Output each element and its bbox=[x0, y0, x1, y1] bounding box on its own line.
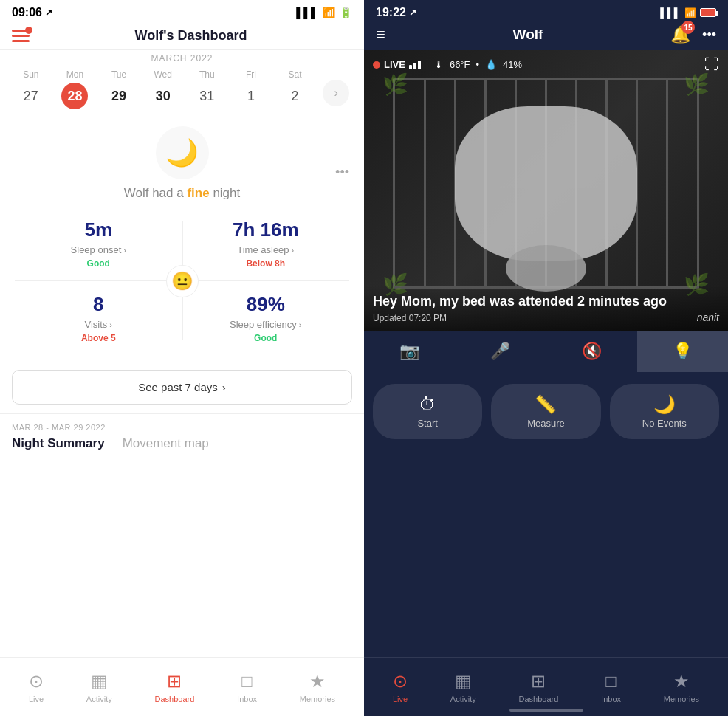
humidity-icon: 💧 bbox=[485, 59, 497, 70]
stat-visits[interactable]: 8 Visits › Above 5 bbox=[15, 281, 182, 355]
left-time-text: 09:06 bbox=[12, 6, 42, 19]
sleep-card: 🌙 ••• Wolf had a fine night 5m Sleep ons… bbox=[0, 114, 364, 361]
right-activity-label: Activity bbox=[450, 695, 476, 703]
stat-time-asleep[interactable]: 7h 16m Time asleep › Below 8h bbox=[182, 207, 350, 280]
menu-icon[interactable] bbox=[12, 30, 30, 42]
left-bottom-nav: ⊙ Live ▦ Activity ⊞ Dashboard □ Inbox ★ … bbox=[0, 657, 364, 716]
memories-nav-label: Memories bbox=[300, 695, 335, 703]
battery-icon: 🔋 bbox=[340, 7, 352, 18]
left-nav-dashboard[interactable]: ⊞ Dashboard bbox=[154, 671, 194, 703]
right-nav-activity[interactable]: ▦ Activity bbox=[450, 671, 476, 703]
wifi-icon: 📶 bbox=[323, 7, 335, 18]
dashboard-nav-icon: ⊞ bbox=[167, 671, 182, 692]
calendar-next-arrow[interactable]: › bbox=[323, 80, 349, 106]
action-buttons: ⏱ Start 📏 Measure 🌙 No Events bbox=[364, 372, 728, 451]
location-icon: ↗ bbox=[45, 7, 52, 18]
more-options-button[interactable]: ••• bbox=[702, 27, 716, 43]
start-button[interactable]: ⏱ Start bbox=[373, 384, 482, 439]
live-nav-icon: ⊙ bbox=[29, 671, 44, 692]
cal-day-name-sat: Sat bbox=[289, 69, 302, 80]
measure-button[interactable]: 📏 Measure bbox=[491, 384, 600, 439]
cal-day-mon[interactable]: Mon 28 bbox=[58, 69, 91, 109]
camera-feed[interactable]: 🌿 🌿 🌿 🌿 LIVE 🌡 66°F • 💧 41% bbox=[364, 50, 728, 331]
right-menu-icon[interactable]: ≡ bbox=[376, 25, 385, 44]
efficiency-label: Sleep efficiency › bbox=[230, 319, 302, 330]
baby-head bbox=[506, 245, 586, 292]
activity-nav-label: Activity bbox=[86, 695, 112, 703]
tab-movement-map[interactable]: Movement map bbox=[123, 436, 209, 454]
no-events-label: No Events bbox=[642, 418, 687, 429]
right-memories-label: Memories bbox=[664, 695, 699, 703]
cal-day-sat[interactable]: Sat 2 bbox=[279, 69, 312, 109]
right-battery-icon bbox=[700, 8, 716, 17]
start-icon: ⏱ bbox=[419, 394, 436, 415]
cal-day-name-tue: Tue bbox=[111, 69, 126, 80]
live-badge: LIVE bbox=[373, 59, 421, 70]
moon-icon: 🌙 bbox=[156, 126, 209, 179]
light-button[interactable]: 💡 bbox=[637, 331, 728, 372]
right-memories-icon: ★ bbox=[673, 671, 690, 692]
stat-sleep-onset[interactable]: 5m Sleep onset › Good bbox=[15, 207, 182, 280]
right-inbox-icon: □ bbox=[605, 671, 617, 692]
see-past-7-days-button[interactable]: See past 7 days › bbox=[12, 370, 352, 405]
time-asleep-label: Time asleep › bbox=[237, 244, 294, 255]
sleep-onset-label: Sleep onset › bbox=[71, 244, 126, 255]
right-nav-inbox[interactable]: □ Inbox bbox=[601, 671, 621, 703]
no-events-button[interactable]: 🌙 No Events bbox=[610, 384, 719, 439]
smiley-icon: 😐 bbox=[166, 265, 199, 297]
camera-message: Hey Mom, my bed was attended 2 minutes a… bbox=[373, 293, 719, 310]
start-label: Start bbox=[417, 418, 437, 429]
sleep-onset-sub: Good bbox=[87, 258, 110, 269]
stat-sleep-efficiency[interactable]: 89% Sleep efficiency › Good bbox=[182, 281, 350, 355]
notification-button[interactable]: 🔔 15 bbox=[670, 25, 690, 44]
left-nav-live[interactable]: ⊙ Live bbox=[29, 671, 44, 703]
camera-capture-button[interactable]: 📷 bbox=[364, 331, 455, 372]
cal-day-sun[interactable]: Sun 27 bbox=[15, 69, 47, 109]
more-options-icon[interactable]: ••• bbox=[335, 165, 349, 180]
sleep-description: Wolf had a fine night bbox=[124, 186, 241, 201]
home-indicator bbox=[145, 709, 219, 712]
camera-overlay-bottom: Hey Mom, my bed was attended 2 minutes a… bbox=[364, 286, 728, 331]
right-dashboard-icon: ⊞ bbox=[531, 671, 546, 692]
left-nav-inbox[interactable]: □ Inbox bbox=[237, 671, 257, 703]
stats-grid: 5m Sleep onset › Good 7h 16m Time asleep… bbox=[15, 207, 349, 355]
left-status-bar: 09:06 ↗ ▌▌▌ 📶 🔋 bbox=[0, 0, 364, 22]
visits-label: Visits › bbox=[85, 319, 113, 330]
night-summary-date: MAR 28 - MAR 29 2022 bbox=[12, 423, 352, 432]
expand-icon[interactable]: ⛶ bbox=[704, 56, 719, 73]
mute-button[interactable]: 🔇 bbox=[546, 331, 637, 372]
left-nav-memories[interactable]: ★ Memories bbox=[300, 671, 335, 703]
tab-night-summary[interactable]: Night Summary bbox=[12, 436, 105, 454]
measure-icon: 📏 bbox=[535, 394, 557, 415]
moon-nav-icon: 🌙 bbox=[653, 394, 676, 415]
sleep-quality-text: fine bbox=[187, 186, 209, 200]
left-nav-activity[interactable]: ▦ Activity bbox=[86, 671, 112, 703]
right-location-icon: ↗ bbox=[409, 7, 416, 18]
cal-day-fri[interactable]: Fri 1 bbox=[235, 69, 267, 109]
measure-label: Measure bbox=[527, 418, 565, 429]
microphone-button[interactable]: 🎤 bbox=[455, 331, 546, 372]
cal-day-tue[interactable]: Tue 29 bbox=[103, 69, 135, 109]
cal-day-name-thu: Thu bbox=[199, 69, 215, 80]
camera-overlay-top: LIVE 🌡 66°F • 💧 41% ⛶ bbox=[364, 50, 728, 79]
cal-day-wed[interactable]: Wed 30 bbox=[147, 69, 179, 109]
camera-temp: 66°F bbox=[450, 59, 470, 70]
right-status-bar: 19:22 ↗ ▌▌▌ 📶 bbox=[364, 0, 728, 22]
cal-day-num-fri: 1 bbox=[238, 83, 264, 109]
left-status-icons: ▌▌▌ 📶 🔋 bbox=[296, 7, 352, 18]
cal-day-num-wed: 30 bbox=[150, 83, 176, 109]
live-nav-label: Live bbox=[29, 695, 44, 703]
live-dot bbox=[373, 61, 380, 69]
menu-badge bbox=[25, 27, 32, 34]
right-nav-dashboard[interactable]: ⊞ Dashboard bbox=[518, 671, 558, 703]
right-wolf-title: Wolf bbox=[385, 27, 670, 43]
right-time: 19:22 ↗ bbox=[376, 6, 416, 19]
signal-icon: ▌▌▌ bbox=[296, 7, 318, 18]
right-live-icon: ⊙ bbox=[393, 671, 408, 692]
right-nav-memories[interactable]: ★ Memories bbox=[664, 671, 699, 703]
right-nav-live[interactable]: ⊙ Live bbox=[393, 671, 408, 703]
efficiency-value: 89% bbox=[247, 293, 285, 316]
time-asleep-value: 7h 16m bbox=[233, 218, 299, 241]
visits-sub: Above 5 bbox=[81, 333, 116, 343]
cal-day-thu[interactable]: Thu 31 bbox=[190, 69, 223, 109]
